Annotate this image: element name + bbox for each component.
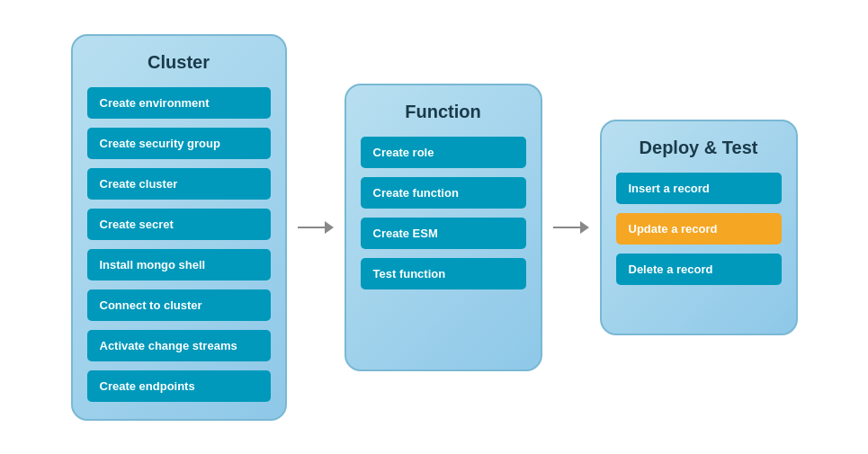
- arrow-2: [553, 221, 589, 234]
- arrow-function-to-deploy: [542, 221, 600, 234]
- step-create-security-group[interactable]: Create security group: [87, 128, 271, 159]
- arrow-line-1: [298, 227, 325, 228]
- function-panel: Function Create role Create function Cre…: [345, 84, 542, 371]
- step-create-function[interactable]: Create function: [361, 177, 526, 209]
- step-connect-to-cluster[interactable]: Connect to cluster: [87, 289, 271, 321]
- arrow-line-2: [553, 227, 580, 228]
- diagram: Cluster Create environment Create securi…: [53, 16, 816, 439]
- step-create-cluster[interactable]: Create cluster: [87, 168, 271, 200]
- step-create-endpoints[interactable]: Create endpoints: [87, 370, 271, 402]
- arrow-cluster-to-function: [287, 221, 345, 234]
- step-create-environment[interactable]: Create environment: [87, 87, 271, 119]
- deploy-title: Deploy & Test: [640, 138, 758, 158]
- arrow-head-2: [580, 221, 589, 234]
- step-activate-change-streams[interactable]: Activate change streams: [87, 330, 271, 361]
- step-install-mongo-shell[interactable]: Install mongo shell: [87, 249, 271, 280]
- cluster-title: Cluster: [148, 52, 210, 73]
- arrow-head-1: [325, 221, 334, 234]
- step-create-esm[interactable]: Create ESM: [361, 218, 526, 249]
- function-title: Function: [405, 102, 480, 122]
- arrow-1: [298, 221, 334, 234]
- step-insert-record[interactable]: Insert a record: [616, 173, 782, 204]
- cluster-panel: Cluster Create environment Create securi…: [71, 34, 287, 421]
- step-test-function[interactable]: Test function: [361, 258, 526, 289]
- step-create-role[interactable]: Create role: [361, 137, 526, 168]
- step-update-record[interactable]: Update a record: [616, 213, 782, 245]
- step-create-secret[interactable]: Create secret: [87, 209, 271, 240]
- deploy-panel: Deploy & Test Insert a record Update a r…: [600, 120, 798, 335]
- step-delete-record[interactable]: Delete a record: [616, 254, 782, 285]
